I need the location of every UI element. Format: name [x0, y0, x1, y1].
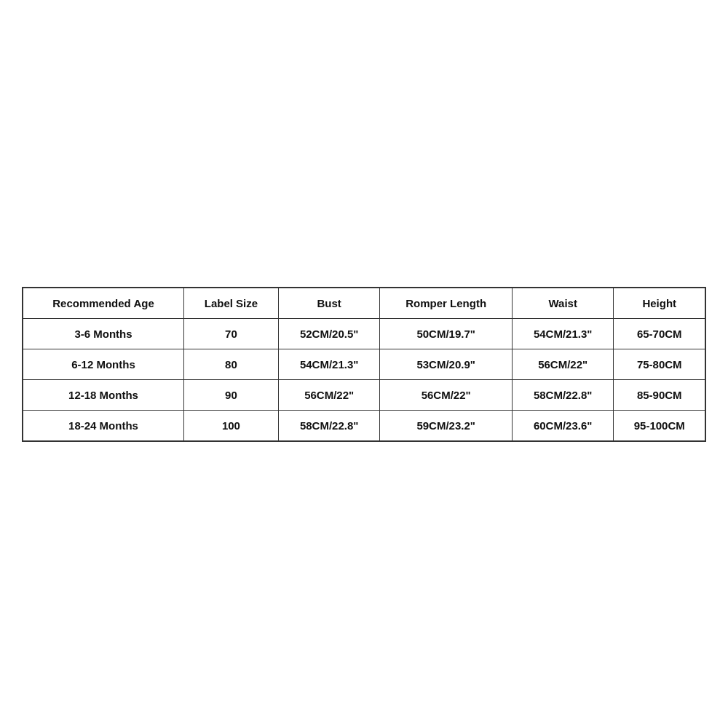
size-chart-table: Recommended Age Label Size Bust Romper L… [22, 287, 706, 442]
cell-waist: 58CM/22.8" [512, 379, 614, 410]
header-recommended-age: Recommended Age [23, 288, 183, 319]
cell-label_size: 90 [183, 379, 278, 410]
cell-romper_length: 59CM/23.2" [380, 410, 512, 441]
cell-age: 12-18 Months [23, 379, 183, 410]
header-bust: Bust [278, 288, 380, 319]
table-row: 12-18 Months9056CM/22"56CM/22"58CM/22.8"… [23, 379, 705, 410]
table-header-row: Recommended Age Label Size Bust Romper L… [23, 288, 705, 319]
cell-romper_length: 50CM/19.7" [380, 318, 512, 349]
cell-bust: 58CM/22.8" [278, 410, 380, 441]
table-row: 6-12 Months8054CM/21.3"53CM/20.9"56CM/22… [23, 349, 705, 379]
cell-bust: 54CM/21.3" [278, 349, 380, 379]
cell-label_size: 70 [183, 318, 278, 349]
cell-age: 18-24 Months [23, 410, 183, 441]
cell-bust: 52CM/20.5" [278, 318, 380, 349]
header-height: Height [614, 288, 705, 319]
cell-romper_length: 56CM/22" [380, 379, 512, 410]
header-romper-length: Romper Length [380, 288, 512, 319]
cell-bust: 56CM/22" [278, 379, 380, 410]
cell-waist: 56CM/22" [512, 349, 614, 379]
cell-height: 95-100CM [614, 410, 705, 441]
table-row: 18-24 Months10058CM/22.8"59CM/23.2"60CM/… [23, 410, 705, 441]
cell-height: 75-80CM [614, 349, 705, 379]
cell-waist: 54CM/21.3" [512, 318, 614, 349]
cell-romper_length: 53CM/20.9" [380, 349, 512, 379]
cell-label_size: 100 [183, 410, 278, 441]
size-chart-container: Recommended Age Label Size Bust Romper L… [22, 287, 706, 442]
cell-height: 65-70CM [614, 318, 705, 349]
table-row: 3-6 Months7052CM/20.5"50CM/19.7"54CM/21.… [23, 318, 705, 349]
header-waist: Waist [512, 288, 614, 319]
cell-waist: 60CM/23.6" [512, 410, 614, 441]
header-label-size: Label Size [183, 288, 278, 319]
cell-age: 6-12 Months [23, 349, 183, 379]
cell-height: 85-90CM [614, 379, 705, 410]
cell-label_size: 80 [183, 349, 278, 379]
cell-age: 3-6 Months [23, 318, 183, 349]
